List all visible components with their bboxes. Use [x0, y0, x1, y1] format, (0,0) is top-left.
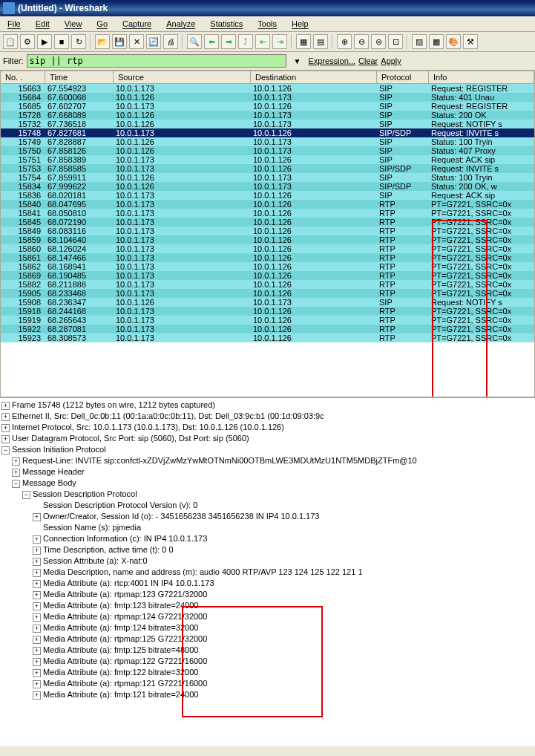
close-icon[interactable]: ✕ — [129, 34, 144, 49]
collapse-icon[interactable]: − — [22, 491, 30, 499]
menu-file[interactable]: File — [3, 18, 25, 30]
filter-dropdown-icon[interactable]: ▼ — [289, 57, 306, 65]
col-time[interactable]: Time — [45, 71, 114, 83]
back-icon[interactable]: ⬅ — [204, 34, 219, 49]
expand-icon[interactable]: + — [33, 513, 41, 521]
menu-help[interactable]: Help — [287, 18, 313, 30]
packet-row[interactable]: 1590868.23634710.0.1.12610.0.1.173SIPReq… — [1, 298, 534, 307]
expand-icon[interactable]: + — [33, 535, 41, 544]
packet-row[interactable]: 1591868.24416810.0.1.17310.0.1.126RTPPT=… — [1, 307, 534, 316]
forward-icon[interactable]: ➡ — [221, 34, 236, 49]
interfaces-icon[interactable]: 📋 — [3, 34, 18, 49]
packet-row[interactable]: 1586968.19048510.0.1.17310.0.1.126RTPPT=… — [1, 271, 534, 280]
zoomin-icon[interactable]: ⊕ — [337, 34, 352, 49]
menu-statistics[interactable]: Statistics — [206, 18, 247, 30]
packet-row[interactable]: 1584068.04769510.0.1.17310.0.1.126RTPPT=… — [1, 200, 534, 209]
packet-row[interactable]: 1592268.28708110.0.1.17310.0.1.126RTPPT=… — [1, 325, 534, 333]
packet-row[interactable]: 1573267.73651810.0.1.12610.0.1.173SIPReq… — [1, 120, 534, 128]
menu-go[interactable]: Go — [92, 18, 112, 30]
packet-row[interactable]: 1586268.16894110.0.1.17310.0.1.126RTPPT=… — [1, 262, 534, 271]
col-info[interactable]: Info — [429, 71, 534, 83]
coloring-icon[interactable]: 🎨 — [446, 34, 461, 49]
packet-row[interactable]: 1590568.23346810.0.1.17310.0.1.126RTPPT=… — [1, 289, 534, 298]
packet-row[interactable]: 1583668.02018110.0.1.17310.0.1.126SIPReq… — [1, 191, 534, 200]
expand-icon[interactable]: + — [12, 469, 20, 477]
packet-row[interactable]: 1575467.85991110.0.1.12610.0.1.173SIPSta… — [1, 173, 534, 182]
packet-row[interactable]: 1575167.85838910.0.1.17310.0.1.126SIPReq… — [1, 155, 534, 164]
start-icon[interactable]: ▶ — [37, 34, 52, 49]
expand-icon[interactable]: + — [1, 435, 10, 443]
packet-row[interactable]: 1585968.10464010.0.1.17310.0.1.126RTPPT=… — [1, 235, 534, 244]
expand-icon[interactable]: + — [33, 669, 41, 677]
packet-details[interactable]: +Frame 15748 (1212 bytes on wire, 1212 b… — [0, 397, 535, 746]
menu-capture[interactable]: Capture — [118, 18, 156, 30]
packet-row[interactable]: 1583467.99962210.0.1.12610.0.1.173SIP/SD… — [1, 182, 534, 191]
packet-row[interactable]: 1584968.08311610.0.1.17310.0.1.126RTPPT=… — [1, 227, 534, 235]
autoscroll-icon[interactable]: ▤ — [313, 34, 328, 49]
prefs-icon[interactable]: ⚒ — [463, 34, 478, 49]
capfilter-icon[interactable]: ▨ — [412, 34, 427, 49]
expand-icon[interactable]: + — [33, 636, 41, 644]
collapse-icon[interactable]: − — [1, 446, 10, 454]
expand-icon[interactable]: + — [33, 613, 41, 622]
packet-row[interactable]: 1584568.07219010.0.1.17310.0.1.126RTPPT=… — [1, 218, 534, 227]
reload-icon[interactable]: 🔄 — [146, 34, 161, 49]
apply-button[interactable]: Apply — [381, 56, 401, 65]
open-icon[interactable]: 📂 — [95, 34, 110, 49]
stop-icon[interactable]: ■ — [54, 34, 69, 49]
packet-row[interactable]: 1586068.12602410.0.1.17310.0.1.126RTPPT=… — [1, 244, 534, 253]
clear-button[interactable]: Clear — [358, 56, 378, 65]
menu-edit[interactable]: Edit — [31, 18, 54, 30]
expand-icon[interactable]: + — [1, 402, 10, 410]
packet-row[interactable]: 1588268.21188810.0.1.17310.0.1.126RTPPT=… — [1, 280, 534, 289]
packet-row[interactable]: 1568467.60006810.0.1.12610.0.1.173SIPSta… — [1, 93, 534, 102]
col-destination[interactable]: Destination — [251, 71, 377, 83]
expand-icon[interactable]: + — [33, 680, 41, 688]
expand-icon[interactable]: + — [33, 691, 41, 700]
options-icon[interactable]: ⚙ — [20, 34, 35, 49]
zoom100-icon[interactable]: ⊜ — [371, 34, 386, 49]
save-icon[interactable]: 💾 — [112, 34, 127, 49]
expand-icon[interactable]: + — [33, 602, 41, 610]
collapse-icon[interactable]: − — [12, 480, 20, 488]
col-source[interactable]: Source — [114, 71, 251, 83]
expand-icon[interactable]: + — [33, 580, 41, 588]
packet-list[interactable]: No. . Time Source Destination Protocol I… — [0, 71, 535, 397]
packet-row[interactable]: 1574967.82888710.0.1.12610.0.1.173SIPSta… — [1, 137, 534, 146]
expand-icon[interactable]: + — [33, 569, 41, 577]
expand-icon[interactable]: + — [1, 424, 10, 432]
restart-icon[interactable]: ↻ — [71, 34, 86, 49]
packet-row[interactable]: 1572867.66808910.0.1.12610.0.1.173SIPSta… — [1, 111, 534, 120]
packet-row[interactable]: 1568567.60270710.0.1.17310.0.1.126SIPReq… — [1, 102, 534, 111]
packet-row[interactable]: 1575067.85812610.0.1.12610.0.1.173SIPSta… — [1, 146, 534, 155]
expand-icon[interactable]: + — [33, 658, 41, 666]
expand-icon[interactable]: + — [33, 647, 41, 655]
packet-row[interactable]: 1574867.82768110.0.1.17310.0.1.126SIP/SD… — [1, 128, 534, 137]
expand-icon[interactable]: + — [12, 457, 20, 466]
goto-icon[interactable]: ⤴ — [238, 34, 253, 49]
menu-view[interactable]: View — [60, 18, 87, 30]
dispfilter-icon[interactable]: ▩ — [429, 34, 444, 49]
expand-icon[interactable]: + — [33, 625, 41, 633]
col-no[interactable]: No. . — [1, 71, 45, 83]
packet-row[interactable]: 1575367.85858510.0.1.17310.0.1.126SIP/SD… — [1, 164, 534, 173]
packet-row[interactable]: 1592368.30857310.0.1.17310.0.1.126RTPPT=… — [1, 333, 534, 342]
expand-icon[interactable]: + — [33, 591, 41, 599]
expression-button[interactable]: Expression... — [308, 56, 355, 65]
menu-tools[interactable]: Tools — [253, 18, 281, 30]
zoomout-icon[interactable]: ⊖ — [354, 34, 369, 49]
colorize-icon[interactable]: ▦ — [296, 34, 311, 49]
last-icon[interactable]: ⇥ — [272, 34, 287, 49]
packet-row[interactable]: 1566367.55492310.0.1.17310.0.1.126SIPReq… — [1, 84, 534, 93]
first-icon[interactable]: ⇤ — [255, 34, 270, 49]
packet-row[interactable]: 1591968.26564310.0.1.17310.0.1.126RTPPT=… — [1, 316, 534, 325]
resize-icon[interactable]: ⊡ — [388, 34, 403, 49]
expand-icon[interactable]: + — [33, 547, 41, 555]
expand-icon[interactable]: + — [33, 558, 41, 566]
packet-row[interactable]: 1584168.05081010.0.1.17310.0.1.126RTPPT=… — [1, 209, 534, 218]
expand-icon[interactable]: + — [1, 413, 10, 421]
find-icon[interactable]: 🔍 — [187, 34, 202, 49]
print-icon[interactable]: 🖨 — [163, 34, 178, 49]
col-protocol[interactable]: Protocol — [377, 71, 429, 83]
menu-analyze[interactable]: Analyze — [162, 18, 200, 30]
